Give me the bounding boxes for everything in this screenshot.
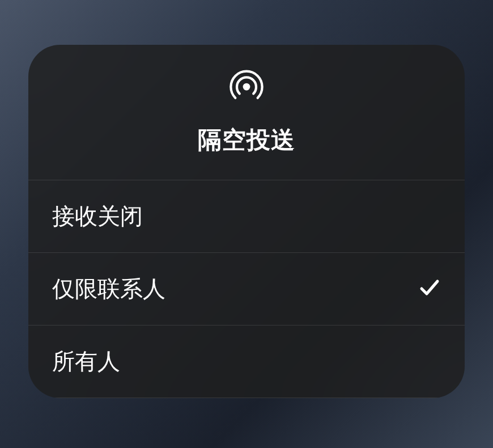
option-label: 所有人	[52, 346, 120, 377]
option-everyone[interactable]: 所有人	[28, 326, 465, 398]
svg-point-0	[243, 83, 250, 90]
option-contacts-only[interactable]: 仅限联系人	[28, 253, 465, 326]
checkmark-icon	[418, 276, 441, 301]
panel-title: 隔空投送	[198, 124, 295, 156]
panel-header: 隔空投送	[28, 45, 465, 180]
option-label: 接收关闭	[52, 201, 143, 232]
airdrop-icon	[227, 67, 266, 108]
option-receiving-off[interactable]: 接收关闭	[28, 180, 465, 253]
option-label: 仅限联系人	[52, 273, 165, 305]
airdrop-panel: 隔空投送 接收关闭 仅限联系人 所有人	[28, 45, 465, 398]
options-list: 接收关闭 仅限联系人 所有人	[28, 180, 465, 398]
